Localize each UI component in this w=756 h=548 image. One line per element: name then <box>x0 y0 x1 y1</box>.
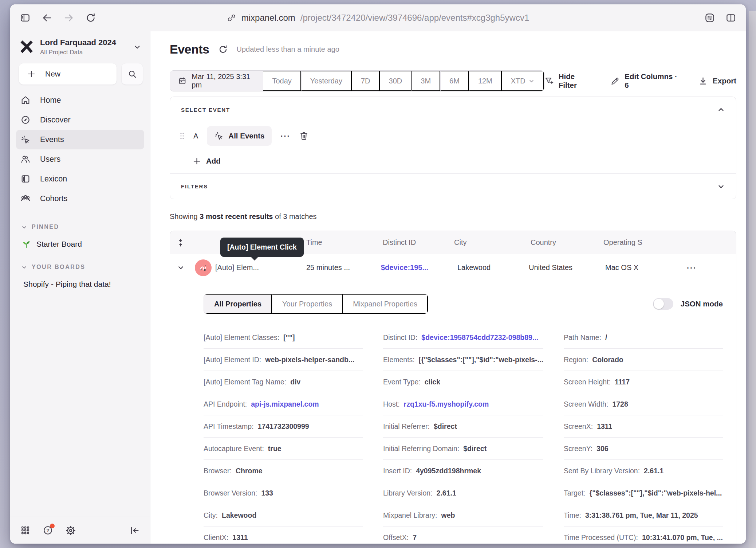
browser-settings-icon[interactable] <box>704 12 715 23</box>
forward-icon[interactable] <box>63 12 74 23</box>
sidebar-item-home[interactable]: Home <box>16 90 144 110</box>
property-row[interactable]: ClientX: 1311 <box>204 527 363 544</box>
property-row[interactable]: Autocapture Event: true <box>204 438 363 460</box>
date-preset-button[interactable]: 30D <box>380 71 412 91</box>
property-row[interactable]: Screen Height: 1117 <box>564 371 723 393</box>
property-row[interactable]: Initial Referrer: $direct <box>383 415 543 438</box>
property-value: rzq1xu-f5.myshopify.com <box>404 400 489 408</box>
property-row[interactable]: Sent By Library Version: 2.61.1 <box>564 460 723 482</box>
property-row[interactable]: Path Name: / <box>564 326 723 349</box>
your-boards-section-header[interactable]: YOUR BOARDS <box>21 264 150 270</box>
refresh-results-icon[interactable] <box>218 44 228 54</box>
collapse-sidebar-icon[interactable] <box>130 525 140 536</box>
sidebar-toggle-icon[interactable] <box>20 12 31 23</box>
compass-icon <box>20 115 31 125</box>
new-button[interactable]: New <box>19 63 117 85</box>
property-row[interactable]: City: Lakewood <box>204 504 363 527</box>
filters-section-toggle[interactable]: FILTERS <box>170 173 736 199</box>
property-row[interactable]: API Endpoint: api-js.mixpanel.com <box>204 393 363 415</box>
cell-distinct-id[interactable]: $device:195... <box>381 263 457 272</box>
date-range-selected[interactable]: Mar 11, 2025 3:31 pm <box>170 71 263 91</box>
property-row[interactable]: Browser: Chrome <box>204 460 363 482</box>
table-column-header[interactable]: City <box>454 238 531 247</box>
property-row[interactable]: API Timestamp: 1741732300999 <box>204 415 363 438</box>
property-label: ClientX: <box>204 533 228 542</box>
properties-tab[interactable]: Mixpanel Properties <box>343 294 428 314</box>
property-row[interactable]: Target: {"$classes":[""],"$id":"web-pixe… <box>564 482 723 504</box>
url-bar[interactable]: mixpanel.com/project/3472420/view/397469… <box>227 4 529 31</box>
property-value: web <box>441 511 455 520</box>
page-scrollbar[interactable] <box>749 11 756 548</box>
date-preset-button[interactable]: 6M <box>440 71 469 91</box>
drag-handle-icon[interactable] <box>180 132 185 140</box>
property-row[interactable]: ScreenY: 306 <box>564 438 723 460</box>
settings-gear-icon[interactable] <box>66 525 76 536</box>
json-mode-toggle[interactable] <box>653 298 673 310</box>
event-chip-label: All Events <box>228 132 264 140</box>
split-view-icon[interactable] <box>725 12 736 23</box>
cell-event-name[interactable]: [Auto] Elem... <box>215 263 306 272</box>
date-preset-button[interactable]: 12M <box>469 71 502 91</box>
hide-filter-button[interactable]: Hide Filter <box>544 72 594 90</box>
date-preset-button[interactable]: 3M <box>412 71 440 91</box>
collapse-all-rows-icon[interactable] <box>170 238 191 247</box>
property-row[interactable]: [Auto] Element ID: web-pixels-helper-san… <box>204 349 363 371</box>
property-label: Browser: <box>204 467 232 475</box>
property-row[interactable]: Host: rzq1xu-f5.myshopify.com <box>383 393 543 415</box>
row-actions-menu[interactable]: ··· <box>687 263 697 272</box>
properties-tab[interactable]: All Properties <box>204 294 272 314</box>
date-preset-xtd[interactable]: XTD <box>502 71 544 91</box>
sidebar-item-events[interactable]: Events <box>16 130 144 149</box>
pinned-section-header[interactable]: PINNED <box>21 224 150 230</box>
property-row[interactable]: [Auto] Element Classes: [""] <box>204 326 363 349</box>
sidebar-item-discover[interactable]: Discover <box>16 110 144 130</box>
table-column-header[interactable]: Country <box>531 238 603 247</box>
property-row[interactable]: Elements: [{"$classes":[""],"$id":"web-p… <box>383 349 543 371</box>
property-value: 1117 <box>615 378 630 386</box>
property-row[interactable]: Browser Version: 133 <box>204 482 363 504</box>
table-column-header[interactable]: Operating S <box>603 238 642 247</box>
property-row[interactable]: Distinct ID: $device:1958754cdd7232-098b… <box>383 326 543 349</box>
refresh-icon[interactable] <box>85 12 96 23</box>
property-row[interactable]: Library Version: 2.61.1 <box>383 482 543 504</box>
delete-event-icon[interactable] <box>299 131 309 141</box>
search-button[interactable] <box>122 63 143 85</box>
property-row[interactable]: Event Type: click <box>383 371 543 393</box>
event-selector-chip[interactable]: All Events <box>207 126 272 146</box>
date-preset-button[interactable]: Today <box>263 71 301 91</box>
sidebar-item-cohorts[interactable]: Cohorts <box>16 189 144 208</box>
row-expander-chevron-icon[interactable] <box>177 264 185 271</box>
property-row[interactable]: Mixpanel Library: web <box>383 504 543 527</box>
download-icon <box>698 76 708 86</box>
date-preset-button[interactable]: 7D <box>352 71 380 91</box>
sidebar-item-starter-board[interactable]: Starter Board <box>22 240 150 248</box>
property-row[interactable]: Screen Width: 1728 <box>564 393 723 415</box>
property-row[interactable]: Time Processed (UTC): 10:31:41.070 pm, T… <box>564 527 723 544</box>
properties-tab[interactable]: Your Properties <box>272 294 343 314</box>
event-tooltip: [Auto] Element Click <box>220 238 304 257</box>
property-row[interactable]: OffsetX: 7 <box>383 527 543 544</box>
project-switcher[interactable]: Lord Farquaad 2024 All Project Data <box>19 38 141 56</box>
table-column-header[interactable]: Time <box>306 238 383 247</box>
back-icon[interactable] <box>42 12 52 23</box>
help-icon[interactable]: ? <box>43 525 53 536</box>
event-options-menu[interactable]: ··· <box>280 132 290 140</box>
property-row[interactable]: Initial Referring Domain: $direct <box>383 438 543 460</box>
property-row[interactable]: Insert ID: 4y095zdd198hrmek <box>383 460 543 482</box>
table-column-header[interactable]: Distinct ID <box>383 238 454 247</box>
property-row[interactable]: Region: Colorado <box>564 349 723 371</box>
property-row[interactable]: [Auto] Element Tag Name: div <box>204 371 363 393</box>
sidebar-item-lexicon[interactable]: Lexicon <box>16 169 144 189</box>
property-row[interactable]: ScreenX: 1311 <box>564 415 723 438</box>
board-label: Starter Board <box>36 240 82 248</box>
apps-grid-icon[interactable] <box>20 525 30 535</box>
chevron-up-icon[interactable] <box>717 106 725 114</box>
edit-columns-button[interactable]: Edit Columns · 6 <box>610 72 681 90</box>
property-row[interactable]: Time: 3:31:38.761 pm, Tue, Mar 11, 2025 <box>564 504 723 527</box>
sidebar-item-shopify-board[interactable]: Shopify - Piping that data! <box>23 280 150 289</box>
export-button[interactable]: Export <box>698 76 736 86</box>
add-event-button[interactable]: Add <box>193 157 736 173</box>
property-value: Lakewood <box>222 511 256 520</box>
sidebar-item-users[interactable]: Users <box>16 149 144 169</box>
date-preset-button[interactable]: Yesterday <box>301 71 352 91</box>
